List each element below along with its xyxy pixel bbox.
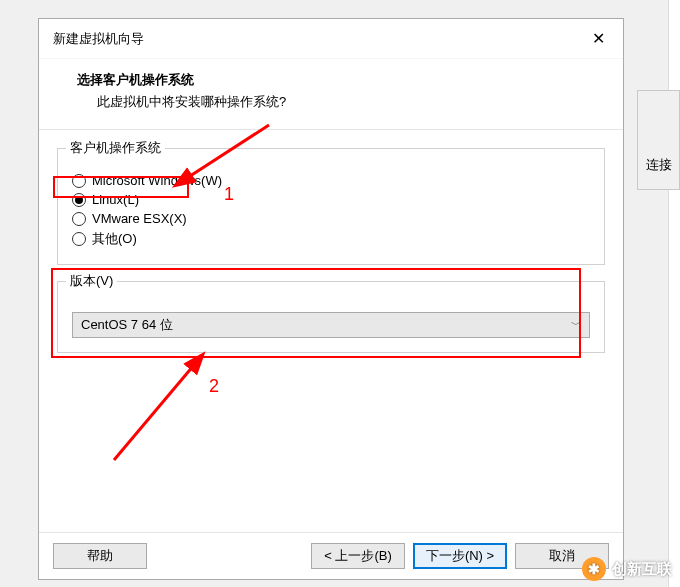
header-block: 选择客户机操作系统 此虚拟机中将安装哪种操作系统?	[39, 59, 623, 130]
side-panel-label: 连接	[646, 156, 672, 174]
version-select[interactable]: CentOS 7 64 位 ﹀	[72, 312, 590, 338]
watermark-text: 创新互联	[612, 560, 672, 579]
radio-vmware-esx[interactable]: VMware ESX(X)	[72, 209, 590, 228]
radio-windows[interactable]: Microsoft Windows(W)	[72, 171, 590, 190]
watermark: ✱ 创新互联	[582, 557, 672, 581]
version-group: 版本(V) CentOS 7 64 位 ﹀	[57, 281, 605, 353]
radio-label: 其他(O)	[92, 230, 137, 248]
annotation-arrow-2	[99, 350, 219, 470]
os-group-legend: 客户机操作系统	[66, 139, 165, 157]
radio-icon	[72, 232, 86, 246]
wizard-dialog: 新建虚拟机向导 ✕ 选择客户机操作系统 此虚拟机中将安装哪种操作系统? 客户机操…	[38, 18, 624, 580]
help-button[interactable]: 帮助	[53, 543, 147, 569]
radio-label: Linux(L)	[92, 192, 139, 207]
back-button[interactable]: < 上一步(B)	[311, 543, 405, 569]
svg-line-1	[114, 365, 194, 460]
version-selected-value: CentOS 7 64 位	[81, 316, 173, 334]
radio-label: Microsoft Windows(W)	[92, 173, 222, 188]
radio-other[interactable]: 其他(O)	[72, 228, 590, 250]
dialog-body: 客户机操作系统 Microsoft Windows(W) Linux(L) VM…	[39, 130, 623, 532]
version-group-legend: 版本(V)	[66, 272, 117, 290]
chevron-down-icon: ﹀	[571, 318, 581, 332]
button-label: 取消	[549, 547, 575, 565]
radio-label: VMware ESX(X)	[92, 211, 187, 226]
header-subtitle: 此虚拟机中将安装哪种操作系统?	[77, 93, 595, 111]
os-group: 客户机操作系统 Microsoft Windows(W) Linux(L) VM…	[57, 148, 605, 265]
next-button[interactable]: 下一步(N) >	[413, 543, 507, 569]
radio-linux[interactable]: Linux(L)	[72, 190, 590, 209]
close-icon[interactable]: ✕	[584, 27, 613, 50]
annotation-num-2: 2	[209, 376, 219, 397]
side-panel: 连接	[637, 90, 680, 190]
radio-icon	[72, 174, 86, 188]
radio-icon	[72, 212, 86, 226]
dialog-footer: 帮助 < 上一步(B) 下一步(N) > 取消	[39, 532, 623, 579]
header-title: 选择客户机操作系统	[77, 71, 595, 89]
button-label: 下一步(N) >	[426, 547, 494, 565]
titlebar: 新建虚拟机向导 ✕	[39, 19, 623, 59]
radio-icon	[72, 193, 86, 207]
outer-edge	[668, 0, 680, 587]
watermark-logo-icon: ✱	[582, 557, 606, 581]
dialog-title: 新建虚拟机向导	[53, 30, 144, 48]
button-label: < 上一步(B)	[324, 547, 392, 565]
button-label: 帮助	[87, 547, 113, 565]
